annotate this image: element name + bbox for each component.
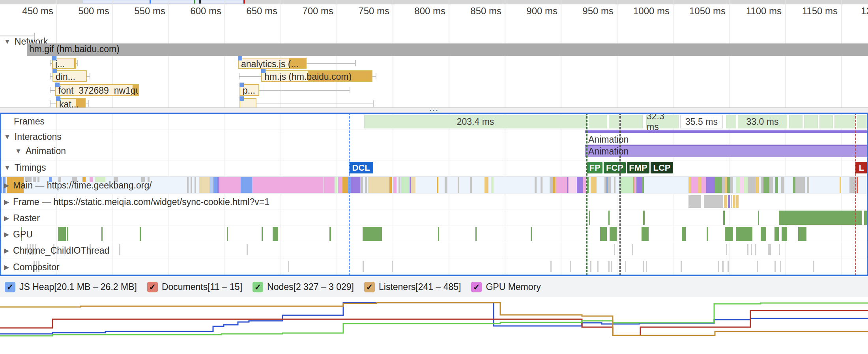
timing-marker-fp[interactable]: FP xyxy=(587,162,602,173)
raster-activity-segment[interactable] xyxy=(643,211,645,225)
frame-duration-bar[interactable] xyxy=(589,115,607,128)
main-activity-segment[interactable] xyxy=(342,177,348,193)
main-activity-segment[interactable] xyxy=(398,177,400,193)
timing-marker-l[interactable]: L xyxy=(855,162,868,173)
main-activity-segment[interactable] xyxy=(691,177,698,193)
main-activity-segment[interactable] xyxy=(736,177,740,193)
gpu-activity-segment[interactable] xyxy=(273,227,278,241)
main-activity-segment[interactable] xyxy=(857,177,858,193)
main-activity-segment[interactable] xyxy=(614,177,615,193)
frame-duration-bar[interactable]: 33.0 ms xyxy=(738,115,787,128)
frame-duration-bar[interactable] xyxy=(621,115,643,128)
frame-activity-segment[interactable] xyxy=(728,195,730,208)
main-activity-segment[interactable] xyxy=(702,177,706,193)
raster-activity-segment[interactable] xyxy=(608,211,610,225)
gpu-activity-segment[interactable] xyxy=(475,227,477,241)
main-activity-segment[interactable] xyxy=(795,177,801,193)
main-activity-segment[interactable] xyxy=(636,177,642,193)
gpu-activity-segment[interactable] xyxy=(329,227,331,241)
raster-activity-segment[interactable] xyxy=(758,211,759,225)
main-activity-segment[interactable] xyxy=(187,177,189,193)
main-activity-segment[interactable] xyxy=(748,177,756,193)
main-activity-segment[interactable] xyxy=(437,177,438,193)
track-label-chrome_childiothread[interactable]: ▶Chrome_ChildIOThread xyxy=(4,245,109,256)
main-activity-segment[interactable] xyxy=(410,177,411,193)
main-activity-segment[interactable] xyxy=(688,177,691,193)
gpu-activity-segment[interactable] xyxy=(774,227,779,241)
main-activity-segment[interactable] xyxy=(577,177,583,193)
gpu-activity-segment[interactable] xyxy=(798,227,806,241)
network-request-bar[interactable]: din... xyxy=(52,70,87,82)
main-activity-segment[interactable] xyxy=(619,177,633,193)
network-request-bar[interactable]: kat... xyxy=(56,98,86,107)
main-activity-segment[interactable] xyxy=(698,177,702,193)
gpu-activity-segment[interactable] xyxy=(642,227,649,241)
counter-checkbox[interactable]: ✓ xyxy=(147,282,158,292)
main-activity-segment[interactable] xyxy=(763,177,769,193)
main-activity-segment[interactable] xyxy=(550,177,553,193)
frame-duration-bar[interactable] xyxy=(789,115,803,128)
track-label-frames[interactable]: Frames xyxy=(14,116,45,127)
main-activity-segment[interactable] xyxy=(744,177,748,193)
main-activity-segment[interactable] xyxy=(761,177,763,193)
main-activity-segment[interactable] xyxy=(642,177,644,193)
gpu-activity-segment[interactable] xyxy=(363,227,382,241)
memory-counters-chart[interactable] xyxy=(0,297,868,340)
track-label-frame[interactable]: ▶Frame — https://static.meiqia.com/widge… xyxy=(4,197,269,207)
frame-duration-bar[interactable]: 35.5 ms xyxy=(680,115,723,128)
main-activity-segment[interactable] xyxy=(210,177,213,193)
main-activity-segment[interactable] xyxy=(840,177,841,193)
main-activity-segment[interactable] xyxy=(608,177,611,193)
network-request-bar[interactable]: hm.gif (hm.baidu.com) xyxy=(27,43,868,56)
main-activity-segment[interactable] xyxy=(470,177,472,193)
gpu-activity-segment[interactable] xyxy=(782,227,787,241)
counter-checkbox[interactable]: ✓ xyxy=(364,282,375,292)
frame-duration-bar[interactable]: 32.3 ms xyxy=(646,115,679,128)
counter-checkbox[interactable]: ✓ xyxy=(471,282,482,292)
frame-duration-bar[interactable]: 203.4 ms xyxy=(364,115,587,128)
frame-activity-segment[interactable] xyxy=(731,195,732,208)
gpu-activity-segment[interactable] xyxy=(610,227,617,241)
main-activity-segment[interactable] xyxy=(727,177,730,193)
raster-activity-segment[interactable] xyxy=(779,211,862,225)
frame-duration-bar[interactable] xyxy=(834,115,855,128)
main-activity-segment[interactable] xyxy=(706,177,715,193)
network-request-bar[interactable]: analytics.js (... xyxy=(238,58,307,69)
main-activity-segment[interactable] xyxy=(740,177,744,193)
main-activity-segment[interactable] xyxy=(458,177,459,193)
main-activity-segment[interactable] xyxy=(393,177,397,193)
main-activity-segment[interactable] xyxy=(324,177,335,193)
main-activity-segment[interactable] xyxy=(360,177,363,193)
main-activity-segment[interactable] xyxy=(541,177,542,193)
frame-duration-bar[interactable] xyxy=(609,115,619,128)
pane-resize-divider[interactable]: ⋯ xyxy=(0,107,868,113)
raster-activity-segment[interactable] xyxy=(589,211,590,225)
gpu-activity-segment[interactable] xyxy=(682,227,686,241)
track-label-raster[interactable]: ▶Raster xyxy=(4,213,40,224)
gpu-activity-segment[interactable] xyxy=(531,227,532,241)
main-activity-segment[interactable] xyxy=(365,177,367,193)
main-activity-segment[interactable] xyxy=(569,177,577,193)
main-activity-segment[interactable] xyxy=(567,177,568,193)
frame-duration-bar[interactable] xyxy=(804,115,818,128)
animation-track-bar[interactable]: Animation xyxy=(585,145,868,157)
gpu-activity-segment[interactable] xyxy=(707,227,708,241)
gpu-activity-segment[interactable] xyxy=(761,227,766,241)
main-activity-segment[interactable] xyxy=(213,177,217,193)
main-activity-segment[interactable] xyxy=(445,177,447,193)
track-label-animation[interactable]: ▼Animation xyxy=(15,146,66,156)
main-activity-segment[interactable] xyxy=(722,177,725,193)
main-activity-segment[interactable] xyxy=(769,177,773,193)
gpu-activity-segment[interactable] xyxy=(227,227,228,241)
gpu-activity-segment[interactable] xyxy=(725,227,733,241)
track-label-compositor[interactable]: ▶Compositor xyxy=(4,262,60,273)
main-activity-segment[interactable] xyxy=(591,177,597,193)
interaction-whisker-bar[interactable] xyxy=(585,130,868,133)
main-activity-segment[interactable] xyxy=(199,177,210,193)
main-activity-segment[interactable] xyxy=(351,177,360,193)
gpu-activity-segment[interactable] xyxy=(438,227,439,241)
main-activity-segment[interactable] xyxy=(243,177,252,193)
frame-activity-segment[interactable] xyxy=(724,195,727,208)
gpu-activity-segment[interactable] xyxy=(600,227,607,241)
main-activity-segment[interactable] xyxy=(389,177,392,193)
